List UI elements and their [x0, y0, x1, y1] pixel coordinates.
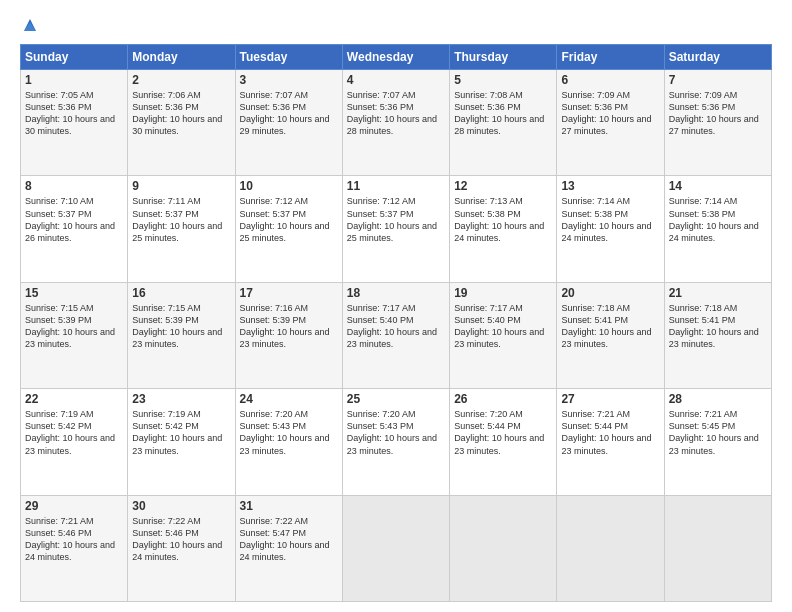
calendar-day-cell: 18 Sunrise: 7:17 AMSunset: 5:40 PMDaylig…: [342, 282, 449, 388]
day-number: 19: [454, 286, 552, 300]
calendar-day-cell: 19 Sunrise: 7:17 AMSunset: 5:40 PMDaylig…: [450, 282, 557, 388]
calendar-week-row: 22 Sunrise: 7:19 AMSunset: 5:42 PMDaylig…: [21, 389, 772, 495]
calendar-day-cell: 30 Sunrise: 7:22 AMSunset: 5:46 PMDaylig…: [128, 495, 235, 601]
calendar-day-cell: 14 Sunrise: 7:14 AMSunset: 5:38 PMDaylig…: [664, 176, 771, 282]
cell-content: Sunrise: 7:22 AMSunset: 5:46 PMDaylight:…: [132, 516, 222, 562]
calendar-week-row: 15 Sunrise: 7:15 AMSunset: 5:39 PMDaylig…: [21, 282, 772, 388]
calendar-day-cell: 23 Sunrise: 7:19 AMSunset: 5:42 PMDaylig…: [128, 389, 235, 495]
calendar-day-cell: 29 Sunrise: 7:21 AMSunset: 5:46 PMDaylig…: [21, 495, 128, 601]
cell-content: Sunrise: 7:16 AMSunset: 5:39 PMDaylight:…: [240, 303, 330, 349]
cell-content: Sunrise: 7:18 AMSunset: 5:41 PMDaylight:…: [669, 303, 759, 349]
day-number: 30: [132, 499, 230, 513]
day-number: 7: [669, 73, 767, 87]
day-number: 22: [25, 392, 123, 406]
cell-content: Sunrise: 7:22 AMSunset: 5:47 PMDaylight:…: [240, 516, 330, 562]
cell-content: Sunrise: 7:20 AMSunset: 5:44 PMDaylight:…: [454, 409, 544, 455]
calendar-week-row: 29 Sunrise: 7:21 AMSunset: 5:46 PMDaylig…: [21, 495, 772, 601]
cell-content: Sunrise: 7:12 AMSunset: 5:37 PMDaylight:…: [240, 196, 330, 242]
day-of-week-header: Saturday: [664, 45, 771, 70]
cell-content: Sunrise: 7:07 AMSunset: 5:36 PMDaylight:…: [240, 90, 330, 136]
day-number: 15: [25, 286, 123, 300]
cell-content: Sunrise: 7:05 AMSunset: 5:36 PMDaylight:…: [25, 90, 115, 136]
calendar-table: SundayMondayTuesdayWednesdayThursdayFrid…: [20, 44, 772, 602]
cell-content: Sunrise: 7:19 AMSunset: 5:42 PMDaylight:…: [132, 409, 222, 455]
cell-content: Sunrise: 7:19 AMSunset: 5:42 PMDaylight:…: [25, 409, 115, 455]
calendar-week-row: 8 Sunrise: 7:10 AMSunset: 5:37 PMDayligh…: [21, 176, 772, 282]
day-number: 12: [454, 179, 552, 193]
calendar-day-cell: [450, 495, 557, 601]
calendar-day-cell: 15 Sunrise: 7:15 AMSunset: 5:39 PMDaylig…: [21, 282, 128, 388]
cell-content: Sunrise: 7:12 AMSunset: 5:37 PMDaylight:…: [347, 196, 437, 242]
logo-icon: [21, 16, 39, 34]
cell-content: Sunrise: 7:09 AMSunset: 5:36 PMDaylight:…: [561, 90, 651, 136]
cell-content: Sunrise: 7:07 AMSunset: 5:36 PMDaylight:…: [347, 90, 437, 136]
svg-marker-1: [24, 22, 36, 31]
calendar-day-cell: 22 Sunrise: 7:19 AMSunset: 5:42 PMDaylig…: [21, 389, 128, 495]
day-number: 20: [561, 286, 659, 300]
day-number: 4: [347, 73, 445, 87]
day-number: 13: [561, 179, 659, 193]
cell-content: Sunrise: 7:15 AMSunset: 5:39 PMDaylight:…: [132, 303, 222, 349]
day-number: 3: [240, 73, 338, 87]
cell-content: Sunrise: 7:17 AMSunset: 5:40 PMDaylight:…: [347, 303, 437, 349]
calendar-header-row: SundayMondayTuesdayWednesdayThursdayFrid…: [21, 45, 772, 70]
header: [20, 16, 772, 34]
cell-content: Sunrise: 7:14 AMSunset: 5:38 PMDaylight:…: [669, 196, 759, 242]
calendar-week-row: 1 Sunrise: 7:05 AMSunset: 5:36 PMDayligh…: [21, 70, 772, 176]
calendar-day-cell: 6 Sunrise: 7:09 AMSunset: 5:36 PMDayligh…: [557, 70, 664, 176]
cell-content: Sunrise: 7:13 AMSunset: 5:38 PMDaylight:…: [454, 196, 544, 242]
cell-content: Sunrise: 7:21 AMSunset: 5:45 PMDaylight:…: [669, 409, 759, 455]
day-number: 2: [132, 73, 230, 87]
calendar-day-cell: 26 Sunrise: 7:20 AMSunset: 5:44 PMDaylig…: [450, 389, 557, 495]
day-number: 27: [561, 392, 659, 406]
day-number: 1: [25, 73, 123, 87]
cell-content: Sunrise: 7:20 AMSunset: 5:43 PMDaylight:…: [347, 409, 437, 455]
cell-content: Sunrise: 7:08 AMSunset: 5:36 PMDaylight:…: [454, 90, 544, 136]
calendar-day-cell: [557, 495, 664, 601]
cell-content: Sunrise: 7:21 AMSunset: 5:44 PMDaylight:…: [561, 409, 651, 455]
cell-content: Sunrise: 7:15 AMSunset: 5:39 PMDaylight:…: [25, 303, 115, 349]
day-of-week-header: Wednesday: [342, 45, 449, 70]
cell-content: Sunrise: 7:14 AMSunset: 5:38 PMDaylight:…: [561, 196, 651, 242]
day-number: 8: [25, 179, 123, 193]
calendar-day-cell: 16 Sunrise: 7:15 AMSunset: 5:39 PMDaylig…: [128, 282, 235, 388]
calendar-day-cell: 5 Sunrise: 7:08 AMSunset: 5:36 PMDayligh…: [450, 70, 557, 176]
day-number: 25: [347, 392, 445, 406]
calendar-day-cell: 13 Sunrise: 7:14 AMSunset: 5:38 PMDaylig…: [557, 176, 664, 282]
calendar-day-cell: 21 Sunrise: 7:18 AMSunset: 5:41 PMDaylig…: [664, 282, 771, 388]
day-number: 26: [454, 392, 552, 406]
day-of-week-header: Friday: [557, 45, 664, 70]
page: SundayMondayTuesdayWednesdayThursdayFrid…: [0, 0, 792, 612]
calendar-day-cell: 28 Sunrise: 7:21 AMSunset: 5:45 PMDaylig…: [664, 389, 771, 495]
day-of-week-header: Thursday: [450, 45, 557, 70]
calendar-day-cell: 8 Sunrise: 7:10 AMSunset: 5:37 PMDayligh…: [21, 176, 128, 282]
calendar-day-cell: 1 Sunrise: 7:05 AMSunset: 5:36 PMDayligh…: [21, 70, 128, 176]
day-number: 21: [669, 286, 767, 300]
day-of-week-header: Sunday: [21, 45, 128, 70]
calendar-day-cell: 4 Sunrise: 7:07 AMSunset: 5:36 PMDayligh…: [342, 70, 449, 176]
calendar-day-cell: [664, 495, 771, 601]
day-number: 23: [132, 392, 230, 406]
calendar-day-cell: 17 Sunrise: 7:16 AMSunset: 5:39 PMDaylig…: [235, 282, 342, 388]
cell-content: Sunrise: 7:09 AMSunset: 5:36 PMDaylight:…: [669, 90, 759, 136]
calendar-day-cell: 3 Sunrise: 7:07 AMSunset: 5:36 PMDayligh…: [235, 70, 342, 176]
day-number: 6: [561, 73, 659, 87]
cell-content: Sunrise: 7:17 AMSunset: 5:40 PMDaylight:…: [454, 303, 544, 349]
calendar-day-cell: 2 Sunrise: 7:06 AMSunset: 5:36 PMDayligh…: [128, 70, 235, 176]
day-of-week-header: Monday: [128, 45, 235, 70]
cell-content: Sunrise: 7:06 AMSunset: 5:36 PMDaylight:…: [132, 90, 222, 136]
calendar-day-cell: [342, 495, 449, 601]
calendar-day-cell: 11 Sunrise: 7:12 AMSunset: 5:37 PMDaylig…: [342, 176, 449, 282]
day-number: 11: [347, 179, 445, 193]
calendar-day-cell: 24 Sunrise: 7:20 AMSunset: 5:43 PMDaylig…: [235, 389, 342, 495]
calendar-day-cell: 12 Sunrise: 7:13 AMSunset: 5:38 PMDaylig…: [450, 176, 557, 282]
cell-content: Sunrise: 7:11 AMSunset: 5:37 PMDaylight:…: [132, 196, 222, 242]
day-number: 31: [240, 499, 338, 513]
calendar-day-cell: 20 Sunrise: 7:18 AMSunset: 5:41 PMDaylig…: [557, 282, 664, 388]
day-number: 29: [25, 499, 123, 513]
cell-content: Sunrise: 7:21 AMSunset: 5:46 PMDaylight:…: [25, 516, 115, 562]
day-number: 18: [347, 286, 445, 300]
calendar-day-cell: 7 Sunrise: 7:09 AMSunset: 5:36 PMDayligh…: [664, 70, 771, 176]
day-number: 9: [132, 179, 230, 193]
day-number: 14: [669, 179, 767, 193]
